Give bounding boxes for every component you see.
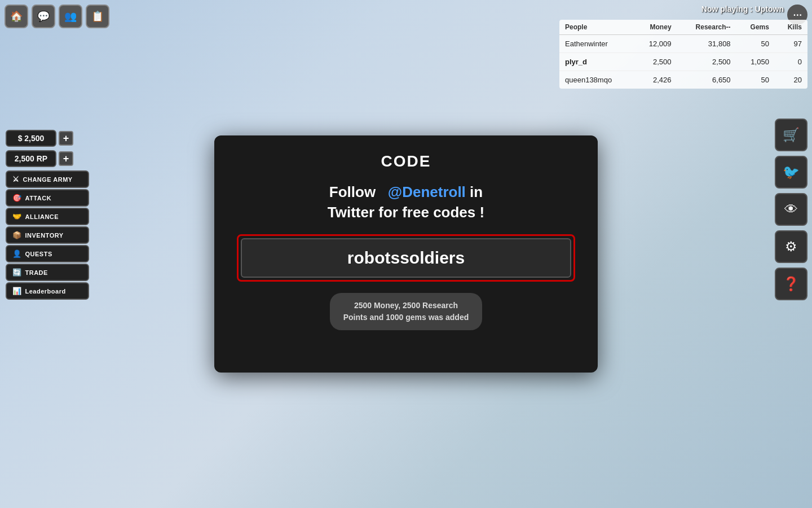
modal-overlay: CODE Follow @Denetroll in Twitter for fr… <box>0 0 812 508</box>
success-line1: 2500 Money, 2500 Research <box>354 301 458 310</box>
twitter-handle: @Denetroll <box>388 183 466 200</box>
twitter-line2: Twitter for free codes ! <box>328 204 484 221</box>
follow-label: Follow <box>329 183 384 200</box>
modal-title: CODE <box>381 152 431 170</box>
code-input-wrapper <box>237 234 575 282</box>
modal-follow-text: Follow @Denetroll in Twitter for free co… <box>328 182 484 223</box>
follow-in-label: in <box>470 183 483 200</box>
code-input[interactable] <box>241 238 571 278</box>
success-line2: Points and 1000 gems was added <box>343 313 469 322</box>
code-success-message: 2500 Money, 2500 Research Points and 100… <box>330 293 483 330</box>
code-modal: CODE Follow @Denetroll in Twitter for fr… <box>214 135 598 373</box>
